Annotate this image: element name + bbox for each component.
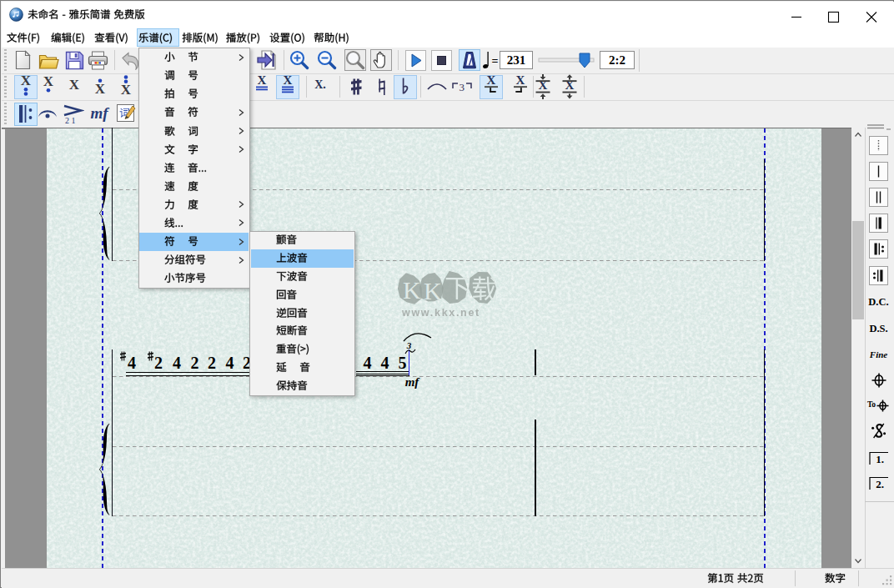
svg-text:K: K: [424, 277, 442, 304]
svg-text:2 1: 2 1: [65, 116, 76, 125]
svg-text:3: 3: [460, 81, 465, 93]
svg-text:K: K: [403, 276, 421, 304]
svg-text:=: =: [492, 55, 499, 68]
